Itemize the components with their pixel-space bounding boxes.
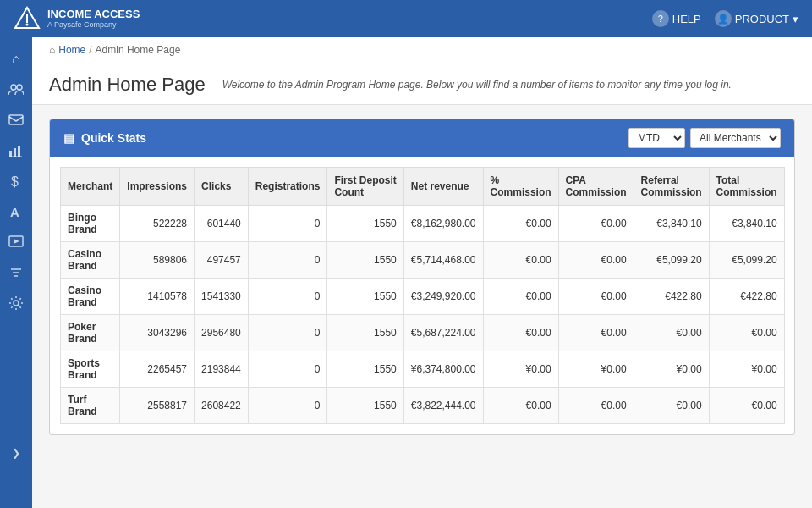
- svg-rect-6: [9, 151, 12, 157]
- sidebar: ⌂ $: [0, 37, 32, 508]
- table-cell: €5,099.20: [709, 242, 784, 279]
- sidebar-item-finance[interactable]: $: [0, 166, 32, 196]
- table-cell: 1541330: [195, 279, 249, 315]
- col-first-deposit: First DepositCount: [327, 168, 403, 206]
- table-cell: Casino Brand: [61, 242, 120, 279]
- svg-point-3: [11, 85, 16, 90]
- table-cell: ¥0.00: [558, 351, 634, 388]
- table-cell: €0.00: [634, 388, 709, 424]
- table-cell: 1550: [327, 279, 403, 315]
- table-cell: Sports Brand: [61, 351, 120, 388]
- sidebar-item-reports[interactable]: [0, 135, 32, 166]
- table-cell: 1550: [327, 388, 403, 424]
- sidebar-item-messages[interactable]: [0, 105, 32, 135]
- product-menu[interactable]: 👤 PRODUCT ▾: [715, 10, 798, 27]
- table-cell: 0: [248, 242, 327, 279]
- sidebar-item-home[interactable]: ⌂: [0, 44, 32, 75]
- table-cell: 0: [248, 206, 327, 242]
- main-content: ⌂ Home / Admin Home Page Admin Home Page…: [32, 37, 812, 508]
- table-cell: 1550: [327, 242, 403, 279]
- help-link[interactable]: ? HELP: [652, 10, 701, 27]
- table-cell: 601440: [195, 206, 249, 242]
- svg-point-4: [17, 85, 22, 90]
- user-icon: 👤: [715, 10, 732, 27]
- content-area: ▤ Quick Stats MTD YTD Today All Merchant…: [32, 105, 812, 449]
- table-cell: €8,162,980.00: [403, 206, 483, 242]
- table-cell: 2265457: [120, 351, 195, 388]
- table-cell: Bingo Brand: [61, 206, 120, 242]
- page-header: Admin Home Page Welcome to the Admin Pro…: [32, 64, 812, 105]
- svg-point-2: [26, 23, 29, 25]
- quick-stats-title: Quick Stats: [81, 131, 146, 145]
- card-body: Merchant Impressions Clicks Registration…: [50, 157, 794, 434]
- stats-table: Merchant Impressions Clicks Registration…: [60, 167, 785, 424]
- col-percent-commission: %Commission: [483, 168, 558, 206]
- table-cell: €422.80: [709, 279, 784, 315]
- card-header-title: ▤ Quick Stats: [63, 131, 146, 145]
- col-total-commission: TotalCommission: [709, 168, 784, 206]
- table-cell: Poker Brand: [61, 315, 120, 351]
- table-cell: 2956480: [195, 315, 249, 351]
- table-cell: €0.00: [558, 279, 634, 315]
- table-cell: €3,840.10: [709, 206, 784, 242]
- help-label: HELP: [672, 13, 701, 25]
- col-merchant: Merchant: [61, 168, 120, 206]
- page-subtitle: Welcome to the Admin Program Home page. …: [222, 79, 732, 91]
- sidebar-item-affiliates[interactable]: A: [0, 196, 32, 227]
- table-cell: 0: [248, 388, 327, 424]
- chevron-down-icon: ▾: [793, 13, 798, 25]
- sidebar-item-settings[interactable]: [0, 288, 32, 318]
- table-cell: €3,822,444.00: [403, 388, 483, 424]
- table-cell: 1550: [327, 315, 403, 351]
- table-cell: 0: [248, 279, 327, 315]
- svg-text:A: A: [10, 205, 19, 219]
- stats-tbody: Bingo Brand52222860144001550€8,162,980.0…: [61, 206, 785, 424]
- logo: INCOME ACCESS A Paysafe Company: [14, 6, 140, 32]
- table-cell: €422.80: [634, 279, 709, 315]
- period-select[interactable]: MTD YTD Today: [628, 128, 685, 148]
- sidebar-item-filters[interactable]: [0, 257, 32, 288]
- logo-sub: A Paysafe Company: [47, 20, 140, 29]
- table-cell: 522228: [120, 206, 195, 242]
- table-cell: €5,099.20: [634, 242, 709, 279]
- table-cell: €0.00: [483, 315, 558, 351]
- sidebar-item-users[interactable]: [0, 75, 32, 105]
- table-cell: 3043296: [120, 315, 195, 351]
- card-header-controls: MTD YTD Today All Merchants: [628, 128, 781, 148]
- table-cell: €0.00: [558, 206, 634, 242]
- table-cell: €0.00: [483, 206, 558, 242]
- breadcrumb-current: Admin Home Page: [96, 44, 181, 56]
- quick-stats-card: ▤ Quick Stats MTD YTD Today All Merchant…: [49, 119, 795, 435]
- table-cell: ¥0.00: [483, 351, 558, 388]
- table-header-row: Merchant Impressions Clicks Registration…: [61, 168, 785, 206]
- sidebar-toggle[interactable]: ❯: [0, 440, 32, 466]
- table-cell: 497457: [195, 242, 249, 279]
- table-row: Casino Brand58980649745701550€5,714,468.…: [61, 242, 785, 279]
- table-cell: €0.00: [558, 388, 634, 424]
- sidebar-item-media[interactable]: [0, 227, 32, 257]
- table-cell: Casino Brand: [61, 279, 120, 315]
- table-cell: 2193844: [195, 351, 249, 388]
- table-cell: 1410578: [120, 279, 195, 315]
- breadcrumb-home-link[interactable]: Home: [58, 44, 85, 56]
- logo-name: INCOME ACCESS: [47, 8, 140, 20]
- table-cell: 1550: [327, 206, 403, 242]
- product-label: PRODUCT: [735, 13, 789, 25]
- col-impressions: Impressions: [120, 168, 195, 206]
- svg-rect-8: [18, 146, 20, 157]
- merchant-select[interactable]: All Merchants: [690, 128, 781, 148]
- table-cell: 0: [248, 351, 327, 388]
- breadcrumb: ⌂ Home / Admin Home Page: [32, 37, 812, 64]
- page-title: Admin Home Page: [49, 74, 206, 96]
- card-header: ▤ Quick Stats MTD YTD Today All Merchant…: [50, 119, 794, 157]
- breadcrumb-home-icon: ⌂: [49, 44, 55, 56]
- table-row: Turf Brand2558817260842201550€3,822,444.…: [61, 388, 785, 424]
- table-cell: 0: [248, 315, 327, 351]
- col-registrations: Registrations: [248, 168, 327, 206]
- svg-rect-7: [14, 148, 16, 157]
- table-cell: ¥6,374,800.00: [403, 351, 483, 388]
- table-row: Sports Brand2265457219384401550¥6,374,80…: [61, 351, 785, 388]
- table-cell: €0.00: [634, 315, 709, 351]
- table-cell: ¥0.00: [709, 351, 784, 388]
- table-cell: €0.00: [483, 388, 558, 424]
